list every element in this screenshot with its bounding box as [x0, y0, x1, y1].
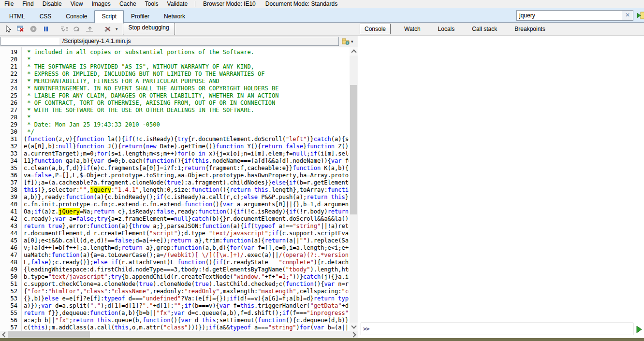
- scroll-left-button[interactable]: [0, 331, 8, 338]
- code-line: 29 * Date: Mon Jan 25 19:43:33 2010 -050…: [0, 121, 349, 128]
- code-line: 45a[0];e<i&&b.call(d,e,d)!==false;d=a[++…: [0, 237, 349, 244]
- script-file-selector[interactable]: /Scripts/jquery-1.4.1.min.js: [0, 37, 339, 46]
- menu-file[interactable]: File: [0, 0, 18, 7]
- code-line: 31(function(z,v){function la(){if(!c.isR…: [0, 136, 349, 143]
- menu-separator: [195, 1, 195, 7]
- code-line: 27 * WITH THE SOFTWARE OR THE USE OR OTH…: [0, 107, 349, 114]
- code-line: 49{leadingWhitespace:d.firstChild.nodeTy…: [0, 266, 349, 273]
- menu-bar: File Find Disable View Images Cache Tool…: [0, 0, 644, 8]
- search-input[interactable]: [517, 11, 622, 20]
- code-line: 28 *: [0, 114, 349, 121]
- toolbar-row: ▾ Stop debugging Console Watch Locals Ca…: [0, 23, 644, 36]
- scroll-up-button[interactable]: [350, 47, 358, 56]
- code-line: 57c(this);m.addClass(a.call(this,o,m.att…: [0, 324, 349, 331]
- code-line: 54a)});var d=a.split(".");d[1]=d[1]?"."+…: [0, 302, 349, 310]
- code-line: 23 * MERCHANTABILITY, FITNESS FOR A PART…: [0, 78, 349, 85]
- rp-tab-callstack[interactable]: Call stack: [472, 24, 497, 34]
- debug-tools-icon[interactable]: [102, 24, 113, 34]
- menu-find[interactable]: Find: [18, 0, 38, 7]
- menu-images[interactable]: Images: [88, 0, 115, 7]
- script-file-path: /Scripts/jquery-1.4.1.min.js: [62, 38, 131, 45]
- window-bottom-edge: [0, 338, 644, 341]
- code-line: 55return f}},dequeue:function(a,b){b=b||…: [0, 310, 349, 317]
- menu-view[interactable]: View: [66, 0, 88, 7]
- rp-tab-watch[interactable]: Watch: [404, 24, 421, 34]
- file-bar: /Scripts/jquery-1.4.1.min.js ▾: [0, 36, 358, 47]
- main-tabs: HTML CSS Console Script Profiler Network: [2, 10, 192, 22]
- code-line: 21 * THE SOFTWARE IS PROVIDED "AS IS", W…: [0, 63, 349, 71]
- devtools-window: File Find Disable View Images Cache Tool…: [0, 0, 644, 341]
- menu-disable[interactable]: Disable: [38, 0, 66, 7]
- code-line: 3411}function qa(a,b){var d=0;b.each(fun…: [0, 157, 349, 165]
- folder-globe-icon: [341, 37, 351, 45]
- console-prompt: >>: [361, 326, 369, 332]
- console-panel: >>: [358, 36, 644, 338]
- code-line: 38this)},selector:"",jquery:"1.4.1",leng…: [0, 186, 349, 194]
- code-line: 30 */: [0, 128, 349, 136]
- code-line: 43return true},error:function(a){throw a…: [0, 223, 349, 230]
- step-out-icon[interactable]: [84, 24, 95, 34]
- tab-script[interactable]: Script: [94, 10, 124, 23]
- code-line: 42c.ready);var a=false;try{a=z.frameElem…: [0, 215, 349, 223]
- code-line: 36va=false,P=[],L,$=Object.prototype.toS…: [0, 172, 349, 179]
- browser-mode-label[interactable]: Browser Mode: IE10: [198, 0, 261, 7]
- code-editor: 19 * included in all copies or substanti…: [0, 47, 358, 331]
- code-line: 25 * LIABLE FOR ANY CLAIM, DAMAGES OR OT…: [0, 92, 349, 99]
- code-line: 56a:a;b=b||"fx";return this.queue(b,func…: [0, 317, 349, 324]
- code-line: 52{"for":"htmlFor","class":"className",r…: [0, 288, 349, 295]
- menu-tools[interactable]: Tools: [141, 0, 163, 7]
- tools-dropdown-arrow-icon[interactable]: ▾: [116, 27, 118, 31]
- stop-debugging-button[interactable]: Stop debugging: [123, 23, 175, 35]
- code-line: 24 * NONINFRINGEMENT. IN NO EVENT SHALL …: [0, 85, 349, 92]
- pin-icon[interactable]: [636, 11, 644, 20]
- rp-tab-locals[interactable]: Locals: [438, 24, 455, 34]
- menu-cache[interactable]: Cache: [115, 0, 141, 7]
- code-line: 33a.currentTarget);m=0;for(s=i.length;m<…: [0, 150, 349, 157]
- tab-network[interactable]: Network: [157, 11, 192, 22]
- redacted-domain-box: [1, 38, 59, 45]
- step-into-icon[interactable]: [59, 24, 70, 34]
- search-clear-button[interactable]: ✕: [622, 11, 633, 20]
- code-line: 50b.type="text/javascript";try{b.appendC…: [0, 273, 349, 281]
- rp-tab-console[interactable]: Console: [360, 24, 391, 34]
- file-dropdown-arrow-icon: ▾: [351, 39, 353, 44]
- code-line: 53{},b)}else e=e[f]?e[f]:typeof d==="und…: [0, 295, 349, 302]
- code-line: 51c.support.checkClone=a.cloneNode(true)…: [0, 281, 349, 288]
- code-line: 48L,false);c.ready()};else if(r.attachEv…: [0, 259, 349, 266]
- code-line: 19 * included in all copies or substanti…: [0, 49, 349, 56]
- vertical-scroll-thumb[interactable]: [350, 85, 357, 214]
- right-panel-tabs: Console Watch Locals Call stack Breakpoi…: [359, 23, 563, 35]
- code-line: 44r.documentElement,d=r.createElement("s…: [0, 230, 349, 237]
- search-box: ✕: [516, 10, 633, 21]
- continue-icon[interactable]: [28, 24, 39, 34]
- break-on-error-icon[interactable]: [15, 24, 26, 34]
- step-over-icon[interactable]: [72, 24, 82, 34]
- menu-validate[interactable]: Validate: [163, 0, 192, 7]
- tab-profiler[interactable]: Profiler: [124, 11, 157, 22]
- scroll-right-button[interactable]: [350, 331, 358, 338]
- code-line: 47uaMatch:function(a){a=a.toLowerCase();…: [0, 252, 349, 259]
- tab-html[interactable]: HTML: [2, 11, 32, 22]
- scroll-down-button[interactable]: [350, 323, 358, 331]
- vertical-scrollbar[interactable]: [350, 47, 358, 331]
- document-mode-label[interactable]: Document Mode: Standards: [261, 0, 342, 7]
- code-line: 32e(a[0],b):null}function J(){return(new…: [0, 143, 349, 150]
- code-line: 22 * EXPRESS OR IMPLIED, INCLUDING BUT N…: [0, 71, 349, 78]
- code-line: 46v;)a[d++]=b[f++];a.length=d;return a},…: [0, 244, 349, 252]
- file-dropdown-button[interactable]: ▾: [341, 37, 353, 45]
- select-element-arrow-icon[interactable]: [3, 24, 14, 34]
- tab-css[interactable]: CSS: [32, 11, 59, 22]
- horizontal-scrollbar[interactable]: [0, 331, 358, 338]
- debug-toolbar: ▾ Stop debugging: [3, 23, 175, 35]
- break-all-icon[interactable]: [41, 24, 51, 34]
- console-input-row[interactable]: >>: [361, 323, 633, 335]
- tab-row: HTML CSS Console Script Profiler Network…: [0, 8, 644, 23]
- tab-console[interactable]: Console: [59, 11, 94, 22]
- code-lines: 19 * included in all copies or substanti…: [0, 49, 349, 331]
- code-line: 26 * OF CONTRACT, TORT OR OTHERWISE, ARI…: [0, 99, 349, 107]
- run-script-button[interactable]: [636, 325, 643, 334]
- code-line: 39a,b)},ready:function(a){c.bindReady();…: [0, 194, 349, 201]
- horizontal-scroll-thumb[interactable]: [8, 331, 90, 338]
- rp-tab-breakpoints[interactable]: Breakpoints: [514, 24, 545, 34]
- code-line: 41Oa;if(a)z.jQuery=Na;return c},isReady:…: [0, 208, 349, 215]
